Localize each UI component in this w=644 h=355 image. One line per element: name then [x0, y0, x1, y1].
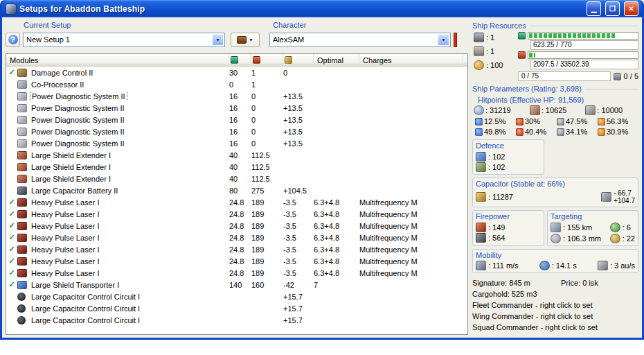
module-name: Large Capacitor Control Circuit I	[30, 316, 141, 324]
module-cpu-value: 16	[229, 116, 251, 124]
damage-type-icon	[516, 128, 524, 136]
sensor-strength-icon	[610, 234, 620, 243]
module-row[interactable]: ✓ Power Diagnostic System II 16 0 +13.5	[6, 102, 467, 114]
left-pane: Current Setup Character ? New Setup 1 ▼ …	[6, 21, 468, 335]
armor-resist-value: 40.4%	[525, 128, 546, 136]
module-row[interactable]: ✓ Large Capacitor Control Circuit I +15.…	[6, 302, 467, 314]
setup-controls-row: ? New Setup 1 ▼ ▼ AlexSAM ▼	[6, 31, 468, 48]
column-header-capacitor[interactable]	[283, 54, 314, 66]
shield-hp: : 31219	[474, 105, 527, 115]
module-name: Large Shield Extender I	[30, 163, 112, 171]
titlebar[interactable]: Setups for Abaddon Battleship ▁ ❐ ✕	[2, 0, 642, 17]
column-header-powergrid[interactable]	[251, 54, 283, 66]
module-powergrid-value: 0	[251, 128, 283, 136]
resource-bars: 623.25 / 770 2097.5 / 33502.39 0 / 75 0 …	[518, 32, 638, 81]
module-type-icon	[17, 245, 27, 254]
module-row[interactable]: ✓ Large Capacitor Battery II 80 275 +104…	[6, 184, 467, 196]
module-powergrid-value: 189	[251, 269, 283, 277]
targeting-range-icon	[551, 223, 561, 232]
fitted-check-icon: ✓	[8, 233, 15, 241]
minimize-button[interactable]: ▁	[587, 1, 601, 16]
module-row[interactable]: ✓ Heavy Pulse Laser I 24.8 189 -3.5 6.3+…	[6, 267, 467, 279]
maximize-button[interactable]: ❐	[605, 1, 620, 16]
setup-tools-button[interactable]: ▼	[231, 33, 260, 47]
module-row[interactable]: ✓ Heavy Pulse Laser I 24.8 189 -3.5 6.3+…	[6, 196, 467, 208]
module-type-icon	[17, 234, 27, 242]
structure-hp-value: : 10000	[597, 106, 623, 114]
turret-slots: : 1	[474, 32, 515, 42]
module-row[interactable]: ✓ Heavy Pulse Laser I 24.8 189 -3.5 6.3+…	[6, 220, 467, 232]
module-row[interactable]: ✓ Large Shield Transporter I 140 160 -42…	[6, 279, 467, 291]
module-row[interactable]: ✓ Power Diagnostic System II 16 0 +13.5	[6, 90, 467, 102]
capacitor-box: Capacitor (Stable at: 66%) : 11287 - 66.…	[472, 178, 638, 207]
module-type-icon	[17, 151, 27, 159]
module-row[interactable]: ✓ Large Shield Extender I 40 112.5	[6, 173, 467, 184]
max-targets-value: : 6	[623, 223, 631, 232]
column-header-optimal[interactable]: Optimal	[314, 54, 359, 66]
module-name: Power Diagnostic System II	[30, 139, 126, 148]
module-name: Heavy Pulse Laser I	[30, 234, 100, 242]
fitted-check-icon: ✓	[8, 245, 15, 253]
module-charges-value: Multifrequency M	[359, 245, 467, 254]
module-row[interactable]: ✓ Heavy Pulse Laser I 24.8 189 -3.5 6.3+…	[6, 255, 467, 267]
module-cap-value: +13.5	[283, 139, 314, 148]
module-row[interactable]: ✓ Heavy Pulse Laser I 24.8 189 -3.5 6.3+…	[6, 208, 467, 220]
column-header-modules[interactable]: Modules	[6, 54, 229, 66]
module-row[interactable]: ✓ Large Capacitor Control Circuit I +15.…	[6, 314, 467, 326]
powergrid-icon	[518, 51, 526, 59]
targeting-title: Targeting	[551, 212, 635, 220]
current-setup-select[interactable]: New Setup 1 ▼	[23, 33, 225, 47]
column-header-cpu[interactable]	[229, 54, 251, 66]
module-charges-value: Multifrequency M	[359, 234, 467, 242]
drone-row: 0 / 75 0 / 5	[518, 71, 638, 81]
close-button[interactable]: ✕	[624, 1, 638, 16]
setup-labels-row: Current Setup Character	[6, 21, 468, 30]
defence-armor-value: : 102	[488, 163, 505, 171]
ship-resources-block: : 1 : 1 : 100 623.2	[472, 32, 638, 81]
module-row[interactable]: ✓ Power Diagnostic System II 16 0 +13.5	[6, 114, 467, 125]
module-optimal-value: 6.3+4.8	[314, 222, 359, 230]
module-name: Power Diagnostic System II	[30, 128, 126, 136]
calibration-value: : 100	[486, 61, 503, 69]
module-cap-value: -3.5	[283, 198, 314, 207]
module-type-icon	[17, 175, 27, 183]
armor-resist-value: 30.9%	[607, 128, 628, 136]
capacitor-icon	[476, 192, 486, 202]
fleet-commander-setter[interactable]: Fleet Commander - right click to set	[472, 300, 638, 311]
current-setup-dropdown-icon[interactable]: ▼	[212, 34, 224, 46]
ship-parameters-title: Ship Parameters (Rating: 3,698)	[472, 85, 638, 93]
module-row[interactable]: ✓ Large Shield Extender I 40 112.5	[6, 161, 467, 173]
character-select[interactable]: AlexSAM ▼	[269, 33, 451, 47]
module-name: Power Diagnostic System II	[30, 92, 127, 101]
help-button[interactable]: ?	[6, 33, 20, 47]
volley-value: : 564	[488, 234, 505, 242]
module-row[interactable]: ✓ Damage Control II 30 1 0	[6, 67, 467, 78]
calibration-icon	[474, 60, 484, 70]
module-row[interactable]: ✓ Co-Processor II 0 1	[6, 78, 467, 90]
ship-info-lines: Signature: 845 m Price: 0 isk Cargohold:…	[472, 277, 638, 333]
warp-speed-value: : 3 au/s	[610, 261, 635, 270]
character-dropdown-icon[interactable]: ▼	[438, 34, 449, 46]
module-row[interactable]: ✓ Large Capacitor Control Circuit I +15.…	[6, 291, 467, 302]
powergrid-usage-text: 2097.5 / 33502.39	[530, 60, 638, 69]
module-row[interactable]: ✓ Power Diagnostic System II 16 0 +13.5	[6, 125, 467, 137]
module-cap-value: +15.7	[283, 316, 314, 324]
module-row[interactable]: ✓ Heavy Pulse Laser I 24.8 189 -3.5 6.3+…	[6, 243, 467, 255]
wing-commander-setter[interactable]: Wing Commander - right click to set	[472, 311, 638, 322]
module-row[interactable]: ✓ Large Shield Extender I 40 112.5	[6, 149, 467, 161]
column-header-charges[interactable]: Charges	[359, 54, 463, 66]
module-charges-value: Multifrequency M	[359, 210, 467, 218]
squad-commander-setter[interactable]: Squad Commander - right click to set	[472, 322, 638, 333]
structure-icon	[585, 105, 596, 115]
module-type-icon	[17, 257, 27, 266]
module-charges-value: Multifrequency M	[359, 269, 467, 277]
drone-bay-value: 0 / 75	[518, 71, 611, 81]
launcher-slots: : 1	[474, 46, 515, 56]
armor-hp-value: : 10625	[542, 106, 567, 114]
sensor-strength-value: : 22	[623, 234, 635, 243]
armor-resist-cell: 49.8%	[475, 128, 516, 136]
module-row[interactable]: ✓ Power Diagnostic System II 16 0 +13.5	[6, 137, 467, 149]
cpu-usage-text: 623.25 / 770	[530, 40, 638, 50]
module-row[interactable]: ✓ Heavy Pulse Laser I 24.8 189 -3.5 6.3+…	[6, 232, 467, 243]
powergrid-bar	[528, 51, 638, 59]
